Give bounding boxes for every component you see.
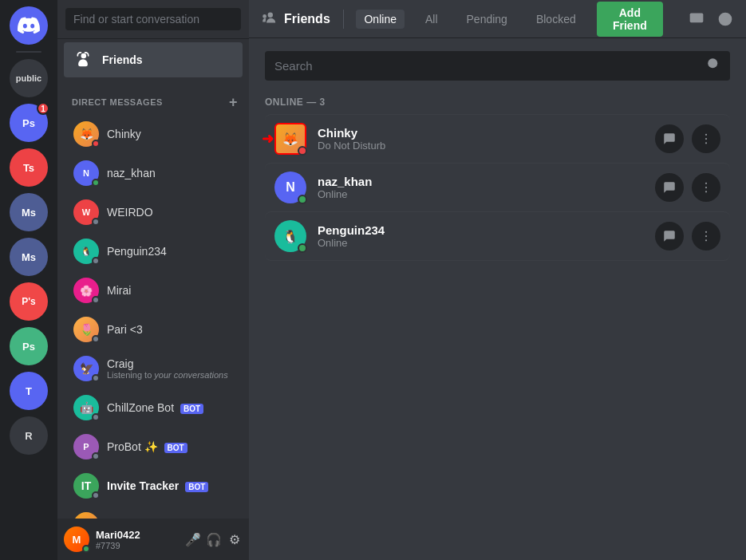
friend-avatar-penguin234: 🐧	[274, 220, 306, 252]
server-ms-1[interactable]: Ms	[10, 193, 48, 231]
friend-info-chinky: Chinky Do Not Disturb	[318, 126, 655, 152]
status-dot-pari	[92, 335, 100, 343]
help-icon[interactable]	[717, 10, 733, 29]
tab-pending[interactable]: Pending	[459, 10, 515, 29]
avatar-robotop: R	[73, 512, 99, 519]
server-ps-1[interactable]: Ps 1	[10, 104, 48, 142]
find-conversation-input[interactable]	[65, 8, 241, 30]
dm-item-mirai[interactable]: 🌸 Mirai	[64, 271, 243, 310]
svg-point-12	[705, 239, 707, 241]
friend-row-chinky[interactable]: ➜ 🦊 Chinky Do Not Disturb	[265, 114, 730, 163]
friend-row-naz-khan[interactable]: N naz_khan Online	[265, 163, 730, 211]
dm-item-naz-khan[interactable]: N naz_khan	[64, 154, 243, 192]
avatar-naz-khan: N	[73, 160, 99, 186]
svg-point-5	[705, 138, 707, 140]
friend-info-naz-khan: naz_khan Online	[318, 175, 655, 200]
friends-header: Friends	[262, 10, 330, 28]
server-ps-2[interactable]: P's	[10, 282, 48, 321]
dm-list: 🦊 Chinky N naz_khan W WEIRDO	[57, 114, 249, 519]
monitor-icon[interactable]	[689, 10, 705, 29]
more-options-penguin234-button[interactable]	[692, 222, 720, 250]
friend-row-penguin234[interactable]: 🐧 Penguin234 Online	[265, 211, 730, 261]
add-friend-button[interactable]: Add Friend	[597, 2, 663, 37]
user-settings-button[interactable]: ⚙	[227, 531, 243, 547]
svg-point-2	[724, 22, 726, 23]
dm-item-craig[interactable]: 🦅 Craig Listening to your conversations	[64, 349, 243, 388]
server-ts[interactable]: Ts	[10, 148, 48, 187]
svg-point-10	[705, 231, 707, 233]
dm-item-probot[interactable]: P ProBot ✨ BOT	[64, 428, 243, 466]
svg-rect-0	[690, 13, 704, 22]
message-penguin234-button[interactable]	[655, 222, 684, 250]
dm-sidebar: Friends DIRECT MESSAGES + 🦊 Chinky N naz…	[57, 0, 249, 560]
mute-microphone-button[interactable]: 🎤	[185, 531, 201, 547]
server-t[interactable]: T	[10, 372, 48, 410]
status-dot-naz-khan	[92, 179, 100, 187]
user-panel-icons: 🎤 🎧 ⚙	[185, 531, 243, 547]
friend-status-dot-penguin234	[298, 243, 307, 253]
tab-blocked[interactable]: Blocked	[528, 10, 584, 29]
dm-item-weirdo[interactable]: W WEIRDO	[64, 193, 243, 231]
more-options-naz-khan-button[interactable]	[692, 173, 720, 202]
user-panel: M Mari0422 #7739 🎤 🎧 ⚙	[57, 519, 249, 560]
svg-point-6	[705, 142, 707, 144]
discord-home-button[interactable]	[10, 6, 48, 45]
message-naz-khan-button[interactable]	[655, 173, 684, 202]
dm-search-bar	[57, 0, 249, 39]
dm-item-pari[interactable]: 🌷 Pari <3	[64, 310, 243, 349]
status-dot-penguin234	[92, 257, 100, 265]
dm-item-name-weirdo: WEIRDO	[107, 206, 235, 219]
dm-item-name-pari: Pari <3	[107, 323, 235, 336]
dm-item-name-craig: Craig	[107, 357, 235, 370]
server-ps-3[interactable]: Ps	[10, 327, 48, 365]
dm-item-sub-craig: Listening to your conversations	[107, 370, 235, 380]
dm-item-name-chinky: Chinky	[107, 128, 235, 140]
deafen-button[interactable]: 🎧	[206, 531, 222, 547]
friends-label: Friends	[102, 53, 143, 66]
friends-content: ONLINE — 3 ➜ 🦊 Chinky Do Not Disturb	[249, 38, 746, 560]
friend-avatar-chinky: 🦊	[274, 123, 306, 155]
dm-item-invite-tracker[interactable]: IT Invite Tracker BOT	[64, 467, 243, 505]
bot-tag-probot: BOT	[164, 443, 187, 453]
dm-item-name-chillzone: ChillZone Bot BOT	[107, 401, 235, 414]
status-dot-weirdo	[92, 218, 100, 226]
avatar-weirdo: W	[73, 199, 99, 225]
user-panel-avatar: M	[64, 526, 89, 552]
svg-point-7	[705, 183, 707, 184]
more-options-chinky-button[interactable]	[692, 124, 720, 153]
status-dot-probot	[92, 452, 100, 460]
search-bar	[265, 51, 730, 81]
message-chinky-button[interactable]	[655, 124, 684, 153]
add-dm-button[interactable]: +	[226, 93, 241, 111]
notification-badge-ps: 1	[37, 102, 49, 115]
friends-search-input[interactable]	[274, 51, 706, 81]
server-public[interactable]: public	[10, 59, 48, 97]
user-status-dot	[82, 545, 90, 553]
tab-all[interactable]: All	[417, 10, 446, 29]
status-dot-craig	[92, 374, 100, 382]
friend-status-penguin234: Online	[318, 237, 655, 249]
tab-online[interactable]: Online	[356, 10, 404, 29]
user-panel-tag: #7739	[96, 541, 179, 550]
server-sidebar: public Ps 1 Ts Ms Ms P's Ps T R	[0, 0, 57, 560]
svg-point-4	[705, 134, 707, 136]
direct-messages-header: DIRECT MESSAGES +	[57, 81, 249, 114]
server-r[interactable]: R	[10, 416, 48, 455]
status-dot-chinky	[92, 140, 100, 148]
avatar-pari: 🌷	[73, 317, 99, 342]
friend-status-dot-chinky	[298, 146, 307, 156]
online-header: ONLINE — 3	[265, 97, 730, 108]
dm-item-robotop[interactable]: R RoboTop BOT	[64, 506, 243, 519]
dm-item-penguin234[interactable]: 🐧 Penguin234	[64, 232, 243, 270]
avatar-penguin234: 🐧	[73, 239, 99, 264]
friend-name-naz-khan: naz_khan	[318, 175, 655, 188]
dm-item-name-naz-khan: naz_khan	[107, 167, 235, 179]
user-panel-info: Mari0422 #7739	[96, 529, 179, 550]
friends-nav-item[interactable]: Friends	[64, 42, 243, 77]
dm-item-chillzone[interactable]: 🤖 ChillZone Bot BOT	[64, 388, 243, 427]
friends-tab-label: Friends	[284, 12, 330, 26]
status-dot-mirai	[92, 296, 100, 304]
dm-item-chinky[interactable]: 🦊 Chinky	[64, 115, 243, 153]
server-ms-2[interactable]: Ms	[10, 238, 48, 276]
status-dot-invite-tracker	[92, 491, 100, 499]
